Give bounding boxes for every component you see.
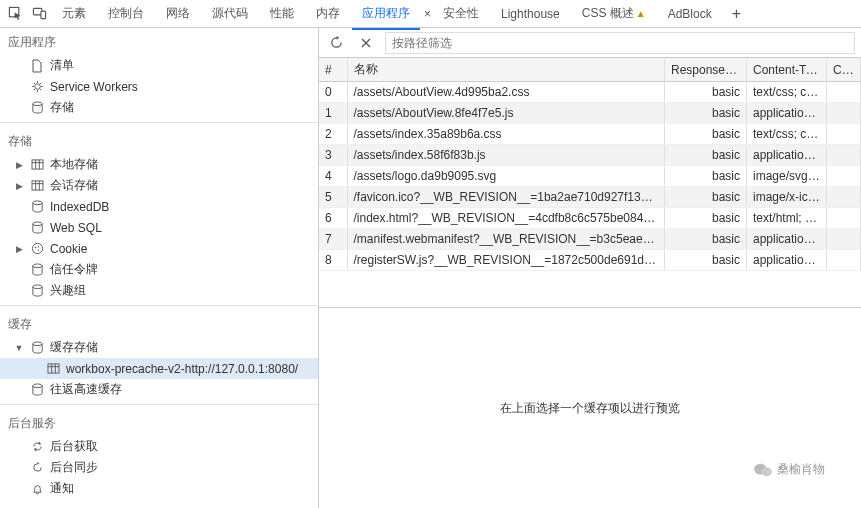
table-row[interactable]: 7/manifest.webmanifest?__WB_REVISION__=b… <box>319 229 861 250</box>
cell-response-type: basic <box>665 187 747 208</box>
tab-memory[interactable]: 内存 <box>306 1 350 26</box>
delete-button[interactable] <box>355 32 377 54</box>
sidebar-item-manifest[interactable]: 清单 <box>0 55 318 76</box>
cache-toolbar <box>319 28 861 58</box>
table-row[interactable]: 0/assets/AboutView.4d995ba2.cssbasictext… <box>319 82 861 103</box>
svg-rect-5 <box>32 160 43 169</box>
cell-content-type: text/html; c… <box>747 208 827 229</box>
section-application: 应用程序 <box>0 28 318 55</box>
svg-rect-16 <box>48 364 59 373</box>
col-name[interactable]: 名称 <box>347 58 665 82</box>
table-row[interactable]: 1/assets/AboutView.8fe4f7e5.jsbasicappli… <box>319 103 861 124</box>
sidebar-item-storage[interactable]: 存储 <box>0 97 318 118</box>
sidebar-item-bg-fetch[interactable]: 后台获取 <box>0 436 318 457</box>
svg-point-19 <box>761 467 772 476</box>
wechat-icon <box>753 462 773 478</box>
svg-point-17 <box>32 384 41 388</box>
label: Web SQL <box>50 221 102 235</box>
tab-performance[interactable]: 性能 <box>260 1 304 26</box>
tab-elements[interactable]: 元素 <box>52 1 96 26</box>
document-icon <box>30 59 44 73</box>
cell-name: /assets/index.35a89b6a.css <box>347 124 665 145</box>
database-icon <box>30 263 44 277</box>
filter-input-wrapper <box>385 32 855 54</box>
table-row[interactable]: 8/registerSW.js?__WB_REVISION__=1872c500… <box>319 250 861 271</box>
label: 信任令牌 <box>50 261 98 278</box>
cell-index: 2 <box>319 124 347 145</box>
sidebar-item-cache-entry[interactable]: workbox-precache-v2-http://127.0.0.1:808… <box>0 358 318 379</box>
svg-point-7 <box>32 201 41 205</box>
label: 会话存储 <box>50 177 98 194</box>
cell-index: 8 <box>319 250 347 271</box>
sidebar-item-service-workers[interactable]: Service Workers <box>0 76 318 97</box>
tab-security[interactable]: 安全性 <box>433 1 489 26</box>
cell-index: 0 <box>319 82 347 103</box>
tab-console[interactable]: 控制台 <box>98 1 154 26</box>
cell-name: /assets/AboutView.4d995ba2.css <box>347 82 665 103</box>
table-row[interactable]: 6/index.html?__WB_REVISION__=4cdfb8c6c57… <box>319 208 861 229</box>
svg-point-13 <box>32 264 41 268</box>
table-row[interactable]: 2/assets/index.35a89b6a.cssbasictext/css… <box>319 124 861 145</box>
label: 往返高速缓存 <box>50 381 122 398</box>
close-icon[interactable]: × <box>424 7 431 21</box>
cell-response-type: basic <box>665 103 747 124</box>
device-icon[interactable] <box>28 3 50 25</box>
cell-content-length <box>827 145 861 166</box>
sidebar-item-session-storage[interactable]: ▶会话存储 <box>0 175 318 196</box>
sidebar-item-bg-sync[interactable]: 后台同步 <box>0 457 318 478</box>
section-cache: 缓存 <box>0 310 318 337</box>
label: 后台同步 <box>50 459 98 476</box>
col-index[interactable]: # <box>319 58 347 82</box>
tab-adblock[interactable]: AdBlock <box>658 3 722 25</box>
svg-point-12 <box>37 250 38 251</box>
table-row[interactable]: 4/assets/logo.da9b9095.svgbasicimage/svg… <box>319 166 861 187</box>
watermark: 桑榆肖物 <box>753 461 825 478</box>
cell-content-type: application… <box>747 229 827 250</box>
database-icon <box>30 284 44 298</box>
caret-down-icon: ▼ <box>14 343 24 353</box>
sidebar-item-bf-cache[interactable]: 往返高速缓存 <box>0 379 318 400</box>
sidebar-item-notifications[interactable]: 通知 <box>0 478 318 499</box>
cell-index: 7 <box>319 229 347 250</box>
cell-index: 5 <box>319 187 347 208</box>
sidebar-item-websql[interactable]: Web SQL <box>0 217 318 238</box>
cell-content-type: image/svg… <box>747 166 827 187</box>
tab-application[interactable]: 应用程序 <box>352 1 420 26</box>
sidebar-item-indexeddb[interactable]: IndexedDB <box>0 196 318 217</box>
label: 兴趣组 <box>50 282 86 299</box>
filter-input[interactable] <box>385 32 855 54</box>
tab-lighthouse[interactable]: Lighthouse <box>491 3 570 25</box>
col-content-length[interactable]: Cont <box>827 58 861 82</box>
col-content-type[interactable]: Content-Ty… <box>747 58 827 82</box>
add-tab-button[interactable]: + <box>724 5 749 23</box>
cell-index: 1 <box>319 103 347 124</box>
label: 后台获取 <box>50 438 98 455</box>
cell-response-type: basic <box>665 145 747 166</box>
section-storage: 存储 <box>0 127 318 154</box>
database-icon <box>30 200 44 214</box>
tab-sources[interactable]: 源代码 <box>202 1 258 26</box>
tab-network[interactable]: 网络 <box>156 1 200 26</box>
svg-point-11 <box>37 246 38 247</box>
sidebar-item-cache-storage[interactable]: ▼缓存存储 <box>0 337 318 358</box>
cell-content-type: text/css; ch… <box>747 82 827 103</box>
svg-point-10 <box>34 247 35 248</box>
sidebar-item-trust-tokens[interactable]: 信任令牌 <box>0 259 318 280</box>
refresh-button[interactable] <box>325 32 347 54</box>
svg-rect-2 <box>40 11 45 19</box>
sidebar-item-cookies[interactable]: ▶Cookie <box>0 238 318 259</box>
table-row[interactable]: 3/assets/index.58f6f83b.jsbasicapplicati… <box>319 145 861 166</box>
inspect-icon[interactable] <box>4 3 26 25</box>
sidebar-item-local-storage[interactable]: ▶本地存储 <box>0 154 318 175</box>
cell-name: /favicon.ico?__WB_REVISION__=1ba2ae710d9… <box>347 187 665 208</box>
preview-hint: 在上面选择一个缓存项以进行预览 <box>500 400 680 417</box>
tab-css-overview[interactable]: CSS 概述▲ <box>572 1 656 26</box>
col-response-type[interactable]: Response-T… <box>665 58 747 82</box>
caret-icon: ▶ <box>14 181 24 191</box>
table-row[interactable]: 5/favicon.ico?__WB_REVISION__=1ba2ae710d… <box>319 187 861 208</box>
cell-name: /assets/AboutView.8fe4f7e5.js <box>347 103 665 124</box>
cell-content-length <box>827 124 861 145</box>
sidebar-item-interest-groups[interactable]: 兴趣组 <box>0 280 318 301</box>
caret-icon: ▶ <box>14 244 24 254</box>
cell-response-type: basic <box>665 82 747 103</box>
